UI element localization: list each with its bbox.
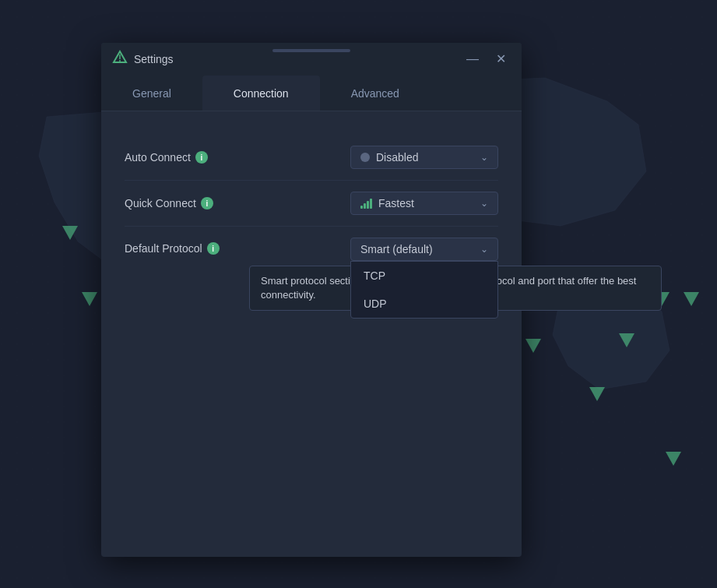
protocol-area: Smart (default) ⌄ TCP UDP bbox=[350, 238, 498, 261]
title-bar: Settings — ✕ bbox=[101, 43, 522, 76]
window-scrollbar bbox=[272, 49, 350, 52]
tab-general[interactable]: General bbox=[101, 76, 202, 111]
quick-connect-label-group: Quick Connect i bbox=[125, 197, 213, 209]
title-controls: — ✕ bbox=[462, 51, 511, 67]
protocol-dropdown[interactable]: Smart (default) ⌄ bbox=[350, 238, 498, 261]
quick-connect-value: Fastest bbox=[378, 197, 414, 209]
fastest-bar-icon bbox=[360, 198, 372, 209]
disabled-dot-icon bbox=[360, 153, 370, 162]
map-marker-1 bbox=[62, 226, 78, 240]
default-protocol-row: Default Protocol i Smart (default) ⌄ TCP… bbox=[125, 227, 498, 272]
auto-connect-chevron-icon: ⌄ bbox=[480, 152, 488, 163]
protocol-option-tcp[interactable]: TCP bbox=[351, 262, 497, 290]
protocol-dropdown-menu: TCP UDP bbox=[350, 261, 498, 319]
map-marker-7 bbox=[589, 387, 605, 401]
title-left: Settings bbox=[112, 50, 174, 69]
auto-connect-value: Disabled bbox=[376, 151, 418, 164]
quick-connect-label: Quick Connect bbox=[125, 197, 196, 209]
protocol-chevron-icon: ⌄ bbox=[480, 244, 488, 255]
protocol-label-group: Default Protocol i bbox=[125, 238, 220, 255]
auto-connect-row: Auto Connect i Disabled ⌄ bbox=[125, 135, 498, 181]
auto-connect-label-group: Auto Connect i bbox=[125, 151, 208, 164]
map-marker-4 bbox=[684, 292, 699, 306]
quick-connect-dropdown[interactable]: Fastest ⌄ bbox=[350, 192, 498, 215]
window-title: Settings bbox=[134, 53, 174, 65]
protocol-label: Default Protocol bbox=[125, 242, 202, 255]
protocol-option-udp[interactable]: UDP bbox=[351, 290, 497, 318]
auto-connect-info-icon[interactable]: i bbox=[195, 151, 208, 164]
svg-point-4 bbox=[119, 60, 121, 62]
quick-connect-row: Quick Connect i Fastest ⌄ bbox=[125, 181, 498, 227]
map-marker-8 bbox=[666, 452, 681, 466]
map-marker-2 bbox=[82, 292, 97, 306]
auto-connect-label: Auto Connect bbox=[125, 151, 191, 164]
quick-connect-info-icon[interactable]: i bbox=[201, 197, 213, 209]
map-marker-5 bbox=[619, 333, 634, 347]
tab-advanced[interactable]: Advanced bbox=[320, 76, 431, 111]
quick-connect-chevron-icon: ⌄ bbox=[480, 198, 488, 209]
map-marker-6 bbox=[525, 339, 541, 353]
protocol-value: Smart (default) bbox=[360, 243, 433, 255]
app-logo-icon bbox=[112, 50, 128, 69]
close-button[interactable]: ✕ bbox=[491, 51, 511, 67]
settings-window: Settings — ✕ General Connection Advanced… bbox=[101, 43, 522, 557]
tab-connection[interactable]: Connection bbox=[202, 76, 320, 111]
minimize-button[interactable]: — bbox=[462, 51, 483, 67]
quick-connect-dropdown-left: Fastest bbox=[360, 197, 414, 209]
tabs-bar: General Connection Advanced bbox=[101, 76, 522, 111]
protocol-info-icon[interactable]: i bbox=[207, 242, 220, 255]
settings-content: Auto Connect i Disabled ⌄ Quick Connect … bbox=[101, 111, 522, 287]
auto-connect-dropdown-left: Disabled bbox=[360, 151, 418, 164]
auto-connect-dropdown[interactable]: Disabled ⌄ bbox=[350, 146, 498, 169]
